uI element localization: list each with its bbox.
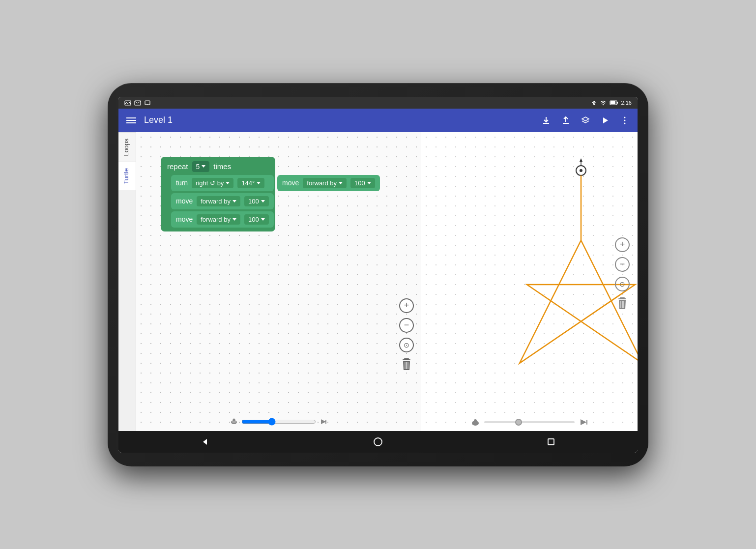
repeat-header-row: repeat 5 times bbox=[162, 158, 274, 175]
image-status-icon bbox=[124, 100, 131, 106]
draw-zoom-controls: + − ⊙ bbox=[615, 237, 630, 311]
turtle-slow-icon bbox=[230, 417, 238, 426]
upload-button[interactable] bbox=[561, 116, 571, 125]
tab-loops[interactable]: Loops bbox=[118, 132, 136, 162]
standalone-direction-arrow bbox=[339, 182, 343, 184]
draw-delete-button[interactable] bbox=[616, 296, 629, 311]
blocks-container: repeat 5 times turn bbox=[161, 157, 380, 231]
standalone-direction-label: forward by bbox=[307, 179, 337, 187]
delete-button[interactable] bbox=[400, 357, 413, 372]
draw-zoom-in-button[interactable]: + bbox=[615, 237, 630, 252]
draw-zoom-out-button[interactable]: − bbox=[615, 257, 630, 272]
zoom-out-button[interactable]: − bbox=[399, 318, 414, 333]
repeat-times-arrow bbox=[202, 165, 205, 168]
app-toolbar: Level 1 bbox=[118, 109, 638, 132]
toolbar-actions bbox=[541, 116, 630, 125]
draw-turtle-icon bbox=[470, 418, 480, 426]
standalone-direction-dropdown[interactable]: forward by bbox=[303, 178, 347, 188]
move1-value-arrow bbox=[261, 200, 265, 202]
menu-button[interactable] bbox=[126, 117, 136, 123]
svg-rect-3 bbox=[145, 101, 150, 105]
svg-rect-7 bbox=[611, 101, 615, 104]
turtle-arrow bbox=[580, 158, 582, 162]
svg-rect-8 bbox=[617, 102, 618, 104]
app-title: Level 1 bbox=[144, 115, 533, 125]
draw-fast-icon bbox=[579, 418, 588, 426]
tablet-device: 2:16 Level 1 bbox=[108, 83, 648, 466]
move2-value-arrow bbox=[261, 218, 265, 221]
svg-point-20 bbox=[233, 418, 235, 421]
download-button[interactable] bbox=[541, 116, 551, 125]
move1-value-dropdown[interactable]: 100 bbox=[244, 196, 269, 206]
turn-block[interactable]: turn right ↺ by 144° bbox=[171, 175, 274, 191]
mail-status-icon bbox=[134, 100, 141, 106]
time-display: 2:16 bbox=[621, 100, 632, 106]
bluetooth-icon bbox=[591, 100, 597, 106]
main-area: Loops Turtle repeat 5 bbox=[118, 132, 638, 431]
more-button[interactable] bbox=[620, 116, 630, 125]
speed-slider bbox=[230, 417, 328, 426]
standalone-move-block[interactable]: move forward by 100 bbox=[277, 175, 380, 191]
svg-point-10 bbox=[624, 116, 626, 118]
recent-button[interactable] bbox=[541, 432, 561, 452]
move2-value: 100 bbox=[248, 216, 259, 223]
move1-value: 100 bbox=[248, 198, 259, 205]
play-button[interactable] bbox=[600, 116, 610, 125]
move2-direction-label: forward by bbox=[201, 216, 231, 223]
svg-rect-35 bbox=[548, 439, 554, 445]
svg-marker-31 bbox=[581, 419, 586, 425]
draw-center-button[interactable]: ⊙ bbox=[615, 277, 630, 291]
tablet-screen: 2:16 Level 1 bbox=[118, 97, 638, 453]
svg-point-5 bbox=[602, 104, 603, 105]
svg-marker-9 bbox=[603, 117, 608, 123]
back-button[interactable] bbox=[195, 432, 215, 452]
zoom-in-button[interactable]: + bbox=[399, 298, 414, 313]
move-block-2[interactable]: move forward by 100 bbox=[171, 211, 274, 228]
turn-value-arrow bbox=[257, 182, 261, 184]
wifi-icon bbox=[600, 100, 607, 106]
svg-rect-32 bbox=[586, 420, 587, 425]
speed-fast-icon bbox=[319, 417, 328, 426]
move-block-1[interactable]: move forward by 100 bbox=[171, 193, 274, 209]
svg-marker-21 bbox=[321, 419, 326, 424]
turn-move-label: turn bbox=[176, 179, 188, 187]
repeat-block[interactable]: repeat 5 times turn bbox=[161, 157, 275, 231]
svg-rect-24 bbox=[618, 298, 626, 299]
times-label: times bbox=[213, 162, 231, 171]
turn-direction-arrow bbox=[226, 182, 230, 184]
repeat-times-value: 5 bbox=[196, 163, 200, 171]
turtle-center bbox=[580, 169, 582, 172]
move2-value-dropdown[interactable]: 100 bbox=[244, 214, 269, 225]
repeat-times-dropdown[interactable]: 5 bbox=[192, 161, 210, 172]
move1-direction-dropdown[interactable]: forward by bbox=[197, 196, 240, 206]
move1-label: move bbox=[176, 197, 193, 205]
turtle-drawing bbox=[441, 137, 638, 431]
center-button[interactable]: ⊙ bbox=[399, 338, 414, 352]
home-button[interactable] bbox=[368, 432, 388, 452]
side-tabs: Loops Turtle bbox=[118, 132, 136, 431]
standalone-value: 100 bbox=[354, 179, 365, 187]
move1-direction-label: forward by bbox=[201, 198, 231, 205]
svg-point-34 bbox=[374, 438, 382, 446]
code-canvas[interactable]: repeat 5 times turn bbox=[136, 132, 421, 431]
move2-direction-dropdown[interactable]: forward by bbox=[197, 214, 240, 225]
layers-button[interactable] bbox=[581, 116, 590, 125]
status-bar: 2:16 bbox=[118, 97, 638, 109]
speed-thumb[interactable] bbox=[515, 419, 522, 426]
move1-direction-arrow bbox=[233, 200, 236, 202]
standalone-move-label: move bbox=[282, 179, 299, 187]
svg-rect-13 bbox=[403, 359, 410, 360]
android-nav-bar bbox=[118, 431, 638, 453]
svg-point-12 bbox=[624, 122, 626, 124]
notification-status-icon bbox=[144, 100, 151, 106]
turn-value-dropdown[interactable]: 144° bbox=[237, 178, 264, 188]
svg-rect-14 bbox=[404, 358, 409, 359]
svg-point-30 bbox=[474, 419, 477, 422]
turn-direction-label: right ↺ by bbox=[196, 179, 224, 187]
speed-range-input[interactable] bbox=[241, 418, 316, 426]
standalone-value-dropdown[interactable]: 100 bbox=[350, 178, 375, 188]
status-bar-left bbox=[124, 100, 151, 106]
tab-turtle[interactable]: Turtle bbox=[118, 162, 136, 190]
turn-direction-dropdown[interactable]: right ↺ by bbox=[192, 178, 233, 188]
svg-point-11 bbox=[624, 119, 626, 121]
